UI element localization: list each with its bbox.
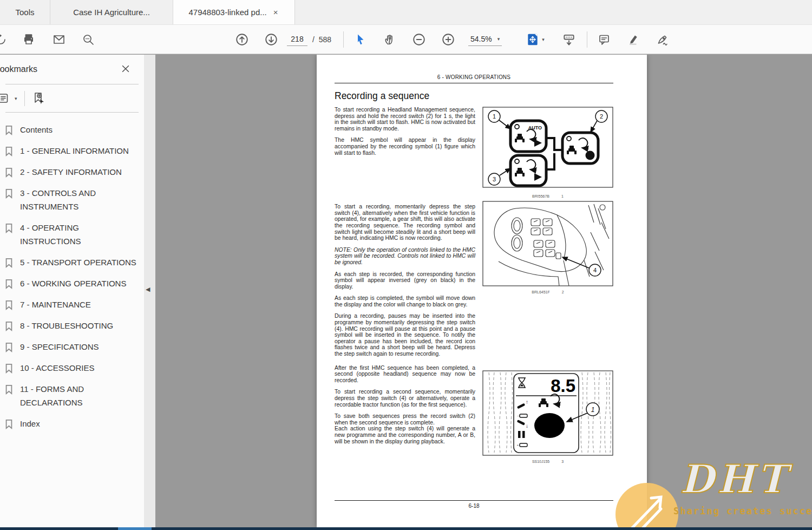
main-area: Bookmarks ▾ Contents 1 - GENERAL INFOR (0, 55, 812, 527)
fit-page-icon[interactable] (526, 32, 540, 47)
document-viewport[interactable]: 6 - WORKING OPERATIONS Recording a seque… (155, 55, 812, 527)
figure-code: SS10J155 (532, 460, 549, 463)
page-number-input[interactable] (287, 33, 307, 46)
find-current-bookmark-icon[interactable] (32, 91, 46, 106)
bookmarks-list: Contents 1 - GENERAL INFORMATION 2 - SAF… (0, 119, 144, 434)
text-column: To start recording a Headland Management… (335, 107, 475, 463)
bookmark-item-forms-and-declarations[interactable]: 11 - FORMS AND DECLARATIONS (0, 378, 144, 413)
previous-page-icon[interactable] (235, 32, 249, 47)
bookmark-item-troubleshooting[interactable]: 8 - TROUBLESHOOTING (0, 315, 144, 336)
pdf-page: 6 - WORKING OPERATIONS Recording a seque… (317, 55, 647, 527)
paragraph: After the first HMC sequence has been co… (335, 365, 475, 384)
callout-1: 1 (591, 406, 595, 414)
zoom-level-value: 54.5% (470, 35, 492, 43)
close-panel-icon[interactable] (120, 63, 131, 74)
share-icon[interactable] (0, 32, 8, 47)
next-page-icon[interactable] (264, 32, 278, 47)
bookmark-item-controls-and-instruments[interactable]: 3 - CONTROLS AND INSTRUMENTS (0, 182, 144, 217)
page-title: Recording a sequence (335, 90, 613, 102)
bookmark-label: 5 - TRANSPORT OPERATIONS (20, 256, 136, 269)
page-content: To start recording a Headland Management… (335, 107, 613, 463)
paragraph: To save both sequences press the record … (335, 413, 475, 426)
email-icon[interactable] (52, 32, 66, 47)
search-icon[interactable] (81, 32, 95, 47)
bookmark-label: 4 - OPERATING INSTRUCTIONS (20, 221, 141, 248)
collapse-toolbar-icon[interactable] (562, 32, 576, 47)
paragraph: To start recording a Headland Management… (335, 107, 475, 132)
bookmark-item-safety-information[interactable]: 2 - SAFETY INFORMATION (0, 161, 144, 182)
bookmark-item-maintenance[interactable]: 7 - MAINTENANCE (0, 294, 144, 315)
callout-1: 1 (493, 113, 496, 120)
bookmarks-toolbar: ▾ (0, 84, 144, 112)
zoom-level-select[interactable]: 54.5% ▾ (468, 33, 502, 46)
bookmark-label: 8 - TROUBLESHOOTING (20, 319, 113, 332)
callout-2: 2 (600, 113, 603, 120)
bookmark-item-contents[interactable]: Contents (0, 119, 144, 140)
bookmark-label: 2 - SAFETY INFORMATION (20, 165, 122, 179)
bookmark-options-icon[interactable] (0, 91, 11, 106)
chevron-down-icon[interactable]: ▾ (542, 37, 545, 42)
note-paragraph: NOTE: Only the operation of controls lin… (335, 247, 475, 266)
bookmark-label: Index (20, 417, 40, 430)
paragraph: As each step is recorded, the correspond… (335, 271, 475, 290)
toolbar-divider (587, 31, 587, 48)
figure-code: BRI5567B (532, 194, 549, 198)
tab-document-2-label: 47948803-linked pd... (188, 8, 266, 17)
bookmark-item-accessories[interactable]: 10 - ACCESSORIES (0, 357, 144, 378)
pdf-reader-window: Tools Case IH Agriculture... 47948803-li… (0, 0, 812, 530)
chevron-down-icon[interactable]: ▾ (15, 96, 17, 101)
bookmark-label: 3 - CONTROLS AND INSTRUMENTS (20, 186, 141, 213)
footer-rule (335, 500, 613, 501)
figure-number: 3 (561, 460, 564, 463)
header-rule (335, 83, 613, 83)
comment-icon[interactable] (597, 32, 611, 47)
hand-tool-icon[interactable] (383, 32, 397, 47)
callout-4: 4 (593, 267, 597, 273)
zoom-in-icon[interactable] (441, 32, 455, 47)
tab-document-1[interactable]: Case IH Agriculture... (50, 0, 173, 24)
panel-divider (5, 112, 139, 113)
chevron-down-icon: ▾ (497, 36, 500, 42)
svg-text:↓: ↓ (526, 423, 528, 429)
bookmark-label: Contents (20, 123, 53, 136)
bookmark-item-transport-operations[interactable]: 5 - TRANSPORT OPERATIONS (0, 252, 144, 273)
figure-switch-diagram: AUTO (482, 107, 613, 198)
running-header: 6 - WORKING OPERATIONS (335, 74, 613, 80)
bookmark-label: 9 - SPECIFICATIONS (20, 340, 99, 354)
figure-caption: BRL6451F 2 (482, 290, 613, 294)
bookmark-item-specifications[interactable]: 9 - SPECIFICATIONS (0, 336, 144, 357)
paragraph: To start recording a second sequence, mo… (335, 389, 475, 408)
bottom-edge-bar (0, 527, 812, 530)
switch-diagram-illustration: AUTO (482, 107, 613, 191)
zoom-out-icon[interactable] (412, 32, 426, 47)
page-number-label: 6-18 (335, 503, 613, 509)
close-tab-icon[interactable]: × (272, 8, 279, 17)
bookmark-item-index[interactable]: Index (0, 413, 144, 434)
paragraph: During a recording, pauses may be insert… (335, 313, 475, 357)
bookmark-label: 1 - GENERAL INFORMATION (20, 144, 129, 158)
tab-document-2-active[interactable]: 47948803-linked pd... × (173, 0, 295, 24)
paragraph: Each action using the step switch (4) wi… (335, 426, 475, 444)
tab-tools[interactable]: Tools (0, 0, 50, 24)
sign-icon[interactable] (656, 32, 670, 47)
display-value: 8.5 (551, 376, 575, 396)
print-icon[interactable] (22, 32, 36, 47)
bookmark-label: 11 - FORMS AND DECLARATIONS (20, 382, 141, 409)
figure-display-screen: 8.5 ↑ → ↓ ← (482, 370, 613, 463)
bottom-edge-accent (118, 527, 152, 530)
bookmark-label: 6 - WORKING OPERATIONS (20, 277, 126, 290)
paragraph: As each step is completed, the symbol wi… (335, 295, 475, 307)
bookmark-item-working-operations[interactable]: 6 - WORKING OPERATIONS (0, 273, 144, 294)
figure-number: 1 (561, 194, 564, 198)
select-tool-icon[interactable] (353, 32, 368, 47)
figure-caption: SS10J155 3 (482, 460, 613, 463)
panel-collapse-strip: ◀ (144, 55, 155, 527)
highlight-icon[interactable] (626, 32, 640, 47)
bookmark-item-operating-instructions[interactable]: 4 - OPERATING INSTRUCTIONS (0, 217, 144, 252)
figure-console-drawing: 4 BRL6451F 2 (482, 201, 613, 294)
watermark-title: DHT (680, 456, 789, 502)
console-illustration: 4 (482, 201, 613, 286)
collapse-panel-icon[interactable]: ◀ (146, 286, 150, 293)
bookmark-item-general-information[interactable]: 1 - GENERAL INFORMATION (0, 140, 144, 161)
figure-column: AUTO (482, 107, 613, 463)
